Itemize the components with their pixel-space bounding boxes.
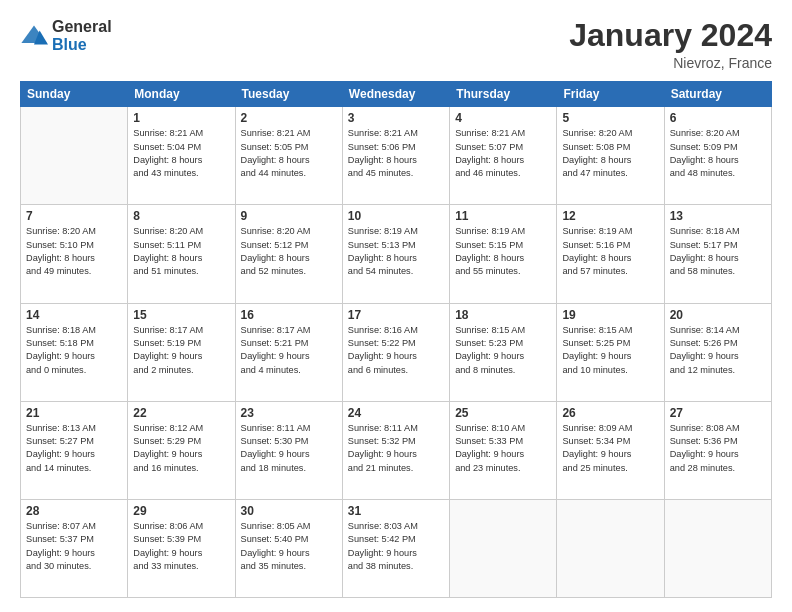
day-info: Sunrise: 8:18 AMSunset: 5:18 PMDaylight:… [26, 324, 122, 377]
day-info: Sunrise: 8:17 AMSunset: 5:19 PMDaylight:… [133, 324, 229, 377]
day-number: 14 [26, 308, 122, 322]
day-info: Sunrise: 8:17 AMSunset: 5:21 PMDaylight:… [241, 324, 337, 377]
week-row-3: 21Sunrise: 8:13 AMSunset: 5:27 PMDayligh… [21, 401, 772, 499]
day-number: 22 [133, 406, 229, 420]
day-info: Sunrise: 8:20 AMSunset: 5:08 PMDaylight:… [562, 127, 658, 180]
logo-icon [20, 22, 48, 50]
logo: General Blue [20, 18, 112, 53]
calendar-cell: 27Sunrise: 8:08 AMSunset: 5:36 PMDayligh… [664, 401, 771, 499]
day-number: 8 [133, 209, 229, 223]
calendar-cell [664, 499, 771, 597]
calendar-cell: 28Sunrise: 8:07 AMSunset: 5:37 PMDayligh… [21, 499, 128, 597]
day-info: Sunrise: 8:09 AMSunset: 5:34 PMDaylight:… [562, 422, 658, 475]
day-number: 30 [241, 504, 337, 518]
day-number: 13 [670, 209, 766, 223]
day-info: Sunrise: 8:21 AMSunset: 5:05 PMDaylight:… [241, 127, 337, 180]
calendar-cell [450, 499, 557, 597]
calendar-cell: 10Sunrise: 8:19 AMSunset: 5:13 PMDayligh… [342, 205, 449, 303]
day-number: 26 [562, 406, 658, 420]
header-day-monday: Monday [128, 82, 235, 107]
day-number: 9 [241, 209, 337, 223]
header-day-friday: Friday [557, 82, 664, 107]
day-info: Sunrise: 8:13 AMSunset: 5:27 PMDaylight:… [26, 422, 122, 475]
day-number: 4 [455, 111, 551, 125]
calendar-cell: 29Sunrise: 8:06 AMSunset: 5:39 PMDayligh… [128, 499, 235, 597]
page: General Blue January 2024 Nievroz, Franc… [0, 0, 792, 612]
calendar-cell: 23Sunrise: 8:11 AMSunset: 5:30 PMDayligh… [235, 401, 342, 499]
day-info: Sunrise: 8:20 AMSunset: 5:12 PMDaylight:… [241, 225, 337, 278]
calendar-cell: 11Sunrise: 8:19 AMSunset: 5:15 PMDayligh… [450, 205, 557, 303]
day-number: 18 [455, 308, 551, 322]
day-info: Sunrise: 8:19 AMSunset: 5:16 PMDaylight:… [562, 225, 658, 278]
day-info: Sunrise: 8:08 AMSunset: 5:36 PMDaylight:… [670, 422, 766, 475]
logo-blue: Blue [52, 36, 112, 54]
day-info: Sunrise: 8:20 AMSunset: 5:11 PMDaylight:… [133, 225, 229, 278]
logo-text: General Blue [52, 18, 112, 53]
title-block: January 2024 Nievroz, France [569, 18, 772, 71]
calendar-cell: 12Sunrise: 8:19 AMSunset: 5:16 PMDayligh… [557, 205, 664, 303]
header-day-saturday: Saturday [664, 82, 771, 107]
day-number: 1 [133, 111, 229, 125]
day-number: 11 [455, 209, 551, 223]
header-day-wednesday: Wednesday [342, 82, 449, 107]
day-info: Sunrise: 8:12 AMSunset: 5:29 PMDaylight:… [133, 422, 229, 475]
day-number: 24 [348, 406, 444, 420]
day-number: 25 [455, 406, 551, 420]
day-number: 5 [562, 111, 658, 125]
day-info: Sunrise: 8:19 AMSunset: 5:15 PMDaylight:… [455, 225, 551, 278]
calendar-cell: 4Sunrise: 8:21 AMSunset: 5:07 PMDaylight… [450, 107, 557, 205]
week-row-4: 28Sunrise: 8:07 AMSunset: 5:37 PMDayligh… [21, 499, 772, 597]
day-number: 31 [348, 504, 444, 518]
logo-general: General [52, 18, 112, 36]
day-info: Sunrise: 8:10 AMSunset: 5:33 PMDaylight:… [455, 422, 551, 475]
day-number: 23 [241, 406, 337, 420]
day-info: Sunrise: 8:21 AMSunset: 5:04 PMDaylight:… [133, 127, 229, 180]
week-row-2: 14Sunrise: 8:18 AMSunset: 5:18 PMDayligh… [21, 303, 772, 401]
day-number: 3 [348, 111, 444, 125]
calendar-cell: 26Sunrise: 8:09 AMSunset: 5:34 PMDayligh… [557, 401, 664, 499]
calendar-cell: 21Sunrise: 8:13 AMSunset: 5:27 PMDayligh… [21, 401, 128, 499]
calendar-cell: 19Sunrise: 8:15 AMSunset: 5:25 PMDayligh… [557, 303, 664, 401]
day-info: Sunrise: 8:18 AMSunset: 5:17 PMDaylight:… [670, 225, 766, 278]
day-info: Sunrise: 8:15 AMSunset: 5:25 PMDaylight:… [562, 324, 658, 377]
calendar-cell: 25Sunrise: 8:10 AMSunset: 5:33 PMDayligh… [450, 401, 557, 499]
day-number: 17 [348, 308, 444, 322]
calendar-cell: 5Sunrise: 8:20 AMSunset: 5:08 PMDaylight… [557, 107, 664, 205]
day-info: Sunrise: 8:21 AMSunset: 5:06 PMDaylight:… [348, 127, 444, 180]
calendar-cell: 31Sunrise: 8:03 AMSunset: 5:42 PMDayligh… [342, 499, 449, 597]
month-title: January 2024 [569, 18, 772, 53]
day-number: 19 [562, 308, 658, 322]
day-number: 6 [670, 111, 766, 125]
header: General Blue January 2024 Nievroz, Franc… [20, 18, 772, 71]
calendar-cell: 14Sunrise: 8:18 AMSunset: 5:18 PMDayligh… [21, 303, 128, 401]
day-number: 12 [562, 209, 658, 223]
day-info: Sunrise: 8:14 AMSunset: 5:26 PMDaylight:… [670, 324, 766, 377]
calendar-cell: 30Sunrise: 8:05 AMSunset: 5:40 PMDayligh… [235, 499, 342, 597]
calendar-cell: 22Sunrise: 8:12 AMSunset: 5:29 PMDayligh… [128, 401, 235, 499]
day-number: 29 [133, 504, 229, 518]
day-info: Sunrise: 8:16 AMSunset: 5:22 PMDaylight:… [348, 324, 444, 377]
day-info: Sunrise: 8:06 AMSunset: 5:39 PMDaylight:… [133, 520, 229, 573]
day-number: 20 [670, 308, 766, 322]
day-info: Sunrise: 8:05 AMSunset: 5:40 PMDaylight:… [241, 520, 337, 573]
calendar-cell: 6Sunrise: 8:20 AMSunset: 5:09 PMDaylight… [664, 107, 771, 205]
calendar-cell: 1Sunrise: 8:21 AMSunset: 5:04 PMDaylight… [128, 107, 235, 205]
week-row-1: 7Sunrise: 8:20 AMSunset: 5:10 PMDaylight… [21, 205, 772, 303]
header-day-thursday: Thursday [450, 82, 557, 107]
day-info: Sunrise: 8:21 AMSunset: 5:07 PMDaylight:… [455, 127, 551, 180]
calendar-cell: 18Sunrise: 8:15 AMSunset: 5:23 PMDayligh… [450, 303, 557, 401]
day-number: 15 [133, 308, 229, 322]
location: Nievroz, France [569, 55, 772, 71]
day-number: 2 [241, 111, 337, 125]
day-info: Sunrise: 8:20 AMSunset: 5:10 PMDaylight:… [26, 225, 122, 278]
calendar-cell [557, 499, 664, 597]
calendar-cell: 15Sunrise: 8:17 AMSunset: 5:19 PMDayligh… [128, 303, 235, 401]
day-number: 7 [26, 209, 122, 223]
day-number: 16 [241, 308, 337, 322]
day-number: 27 [670, 406, 766, 420]
calendar-cell: 16Sunrise: 8:17 AMSunset: 5:21 PMDayligh… [235, 303, 342, 401]
calendar-cell: 2Sunrise: 8:21 AMSunset: 5:05 PMDaylight… [235, 107, 342, 205]
day-info: Sunrise: 8:15 AMSunset: 5:23 PMDaylight:… [455, 324, 551, 377]
day-number: 10 [348, 209, 444, 223]
week-row-0: 1Sunrise: 8:21 AMSunset: 5:04 PMDaylight… [21, 107, 772, 205]
